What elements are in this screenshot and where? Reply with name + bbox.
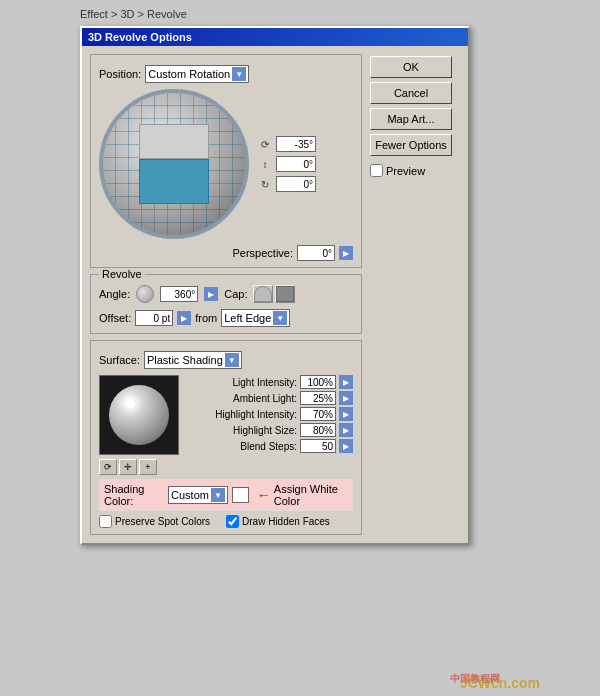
surface-value: Plastic Shading: [147, 354, 223, 366]
perspective-arrow-btn[interactable]: ▶: [339, 246, 353, 260]
light-intensity-arrow[interactable]: ▶: [339, 375, 353, 389]
preview-label: Preview: [386, 165, 425, 177]
dialog-3d-revolve: 3D Revolve Options Position: Custom Rota…: [80, 26, 470, 545]
cap-label: Cap:: [224, 288, 247, 300]
position-section: Position: Custom Rotation ▼: [90, 54, 362, 268]
preserve-spot-colors-item: Preserve Spot Colors: [99, 515, 210, 528]
dialog-title: 3D Revolve Options: [88, 31, 192, 43]
highlight-intensity-arrow[interactable]: ▶: [339, 407, 353, 421]
from-label: from: [195, 312, 217, 324]
draw-hidden-faces-item: Draw Hidden Faces: [226, 515, 330, 528]
rotation-inputs: ⟳ -35° ↕ 0° ↻ 0°: [257, 136, 316, 192]
dialog-right-buttons: OK Cancel Map Art... Fewer Options Previ…: [370, 54, 460, 535]
offset-arrow-btn[interactable]: ▶: [177, 311, 191, 325]
x-rotation-input[interactable]: -35°: [276, 136, 316, 152]
highlight-intensity-input[interactable]: [300, 407, 336, 421]
add-light-btn[interactable]: +: [139, 459, 157, 475]
param-row-light-intensity: Light Intensity: ▶: [187, 375, 353, 389]
shape-bottom: [139, 159, 209, 204]
ok-button[interactable]: OK: [370, 56, 452, 78]
position-label: Position:: [99, 68, 141, 80]
angle-arrow-btn[interactable]: ▶: [204, 287, 218, 301]
preview-checkbox-group: Preview: [370, 164, 460, 177]
dialog-titlebar: 3D Revolve Options: [82, 28, 468, 46]
blend-steps-input[interactable]: [300, 439, 336, 453]
red-arrow-icon: ←: [257, 487, 271, 503]
ambient-light-arrow[interactable]: ▶: [339, 391, 353, 405]
light-intensity-label: Light Intensity:: [187, 377, 297, 388]
z-rotation-icon: ↻: [257, 176, 273, 192]
surface-label: Surface:: [99, 354, 140, 366]
param-row-highlight-intensity: Highlight Intensity: ▶: [187, 407, 353, 421]
surface-params: Light Intensity: ▶ Ambient Light: ▶ High…: [187, 375, 353, 475]
highlight-size-label: Highlight Size:: [187, 425, 297, 436]
y-rotation-input[interactable]: 0°: [276, 156, 316, 172]
offset-label: Offset:: [99, 312, 131, 324]
move-light-btn[interactable]: ✛: [119, 459, 137, 475]
shading-color-arrow[interactable]: ▼: [211, 488, 225, 502]
perspective-label: Perspective:: [232, 247, 293, 259]
preview-checkbox[interactable]: [370, 164, 383, 177]
preview-controls: ⟳ ✛ +: [99, 459, 179, 475]
z-rotation-input[interactable]: 0°: [276, 176, 316, 192]
highlight-size-arrow[interactable]: ▶: [339, 423, 353, 437]
color-swatch-white[interactable]: [232, 487, 249, 503]
shape-top: [139, 124, 209, 159]
surface-preview: [99, 375, 179, 455]
surface-section: Surface: Plastic Shading ▼ ⟳ ✛: [90, 340, 362, 535]
ambient-light-input[interactable]: [300, 391, 336, 405]
shading-color-row: Shading Color: Custom ▼ ← Assign White C…: [99, 479, 353, 511]
ambient-light-label: Ambient Light:: [187, 393, 297, 404]
blend-steps-label: Blend Steps:: [187, 441, 297, 452]
angle-label: Angle:: [99, 288, 130, 300]
breadcrumb: Effect > 3D > Revolve: [80, 8, 187, 20]
shading-color-value: Custom: [171, 489, 209, 501]
surface-select[interactable]: Plastic Shading ▼: [144, 351, 242, 369]
light-rotate-btn[interactable]: ⟳: [99, 459, 117, 475]
cap-half-icon: [254, 286, 272, 302]
draw-hidden-faces-checkbox[interactable]: [226, 515, 239, 528]
preserve-spot-colors-checkbox[interactable]: [99, 515, 112, 528]
cap-full-btn[interactable]: [253, 285, 273, 303]
param-row-ambient-light: Ambient Light: ▶: [187, 391, 353, 405]
edge-value: Left Edge: [224, 312, 271, 324]
offset-input[interactable]: [135, 310, 173, 326]
preview-sphere-shape: [109, 385, 169, 445]
angle-slider[interactable]: [136, 285, 154, 303]
position-select[interactable]: Custom Rotation ▼: [145, 65, 249, 83]
x-rotation-icon: ⟳: [257, 136, 273, 152]
preserve-spot-colors-label: Preserve Spot Colors: [115, 516, 210, 527]
assign-label: Assign White Color: [274, 483, 348, 507]
cap-none-icon: [276, 286, 294, 302]
position-dropdown-arrow[interactable]: ▼: [232, 67, 246, 81]
blend-steps-arrow[interactable]: ▶: [339, 439, 353, 453]
rotation-sphere[interactable]: [99, 89, 249, 239]
cancel-button[interactable]: Cancel: [370, 82, 452, 104]
cap-open-btn[interactable]: [275, 285, 295, 303]
highlight-size-input[interactable]: [300, 423, 336, 437]
perspective-input[interactable]: [297, 245, 335, 261]
position-value: Custom Rotation: [148, 68, 230, 80]
watermark-jcw: JCWcn.com: [460, 675, 540, 691]
shading-color-label: Shading Color:: [104, 483, 164, 507]
assign-color-label-group: ← Assign White Color: [257, 483, 348, 507]
fewer-options-button[interactable]: Fewer Options: [370, 134, 452, 156]
bottom-checkboxes: Preserve Spot Colors Draw Hidden Faces: [99, 515, 353, 528]
param-row-blend-steps: Blend Steps: ▶: [187, 439, 353, 453]
revolve-section: Revolve Angle: ▶ Cap:: [90, 274, 362, 334]
light-intensity-input[interactable]: [300, 375, 336, 389]
param-row-highlight-size: Highlight Size: ▶: [187, 423, 353, 437]
highlight-intensity-label: Highlight Intensity:: [187, 409, 297, 420]
edge-select[interactable]: Left Edge ▼: [221, 309, 290, 327]
map-art-button[interactable]: Map Art...: [370, 108, 452, 130]
shading-color-select[interactable]: Custom ▼: [168, 486, 228, 504]
edge-dropdown-arrow[interactable]: ▼: [273, 311, 287, 325]
surface-dropdown-arrow[interactable]: ▼: [225, 353, 239, 367]
revolve-label: Revolve: [99, 268, 145, 280]
draw-hidden-faces-label: Draw Hidden Faces: [242, 516, 330, 527]
angle-input[interactable]: [160, 286, 198, 302]
sphere-shape: [139, 124, 209, 204]
y-rotation-icon: ↕: [257, 156, 273, 172]
